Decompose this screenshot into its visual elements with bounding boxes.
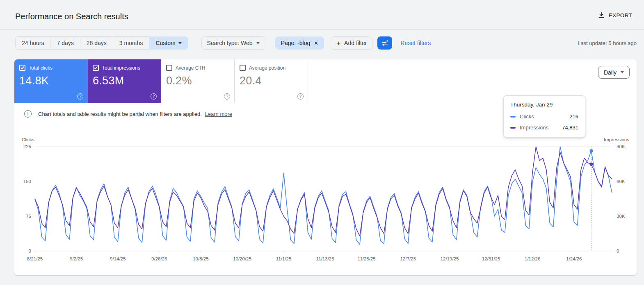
svg-text:8/21/25: 8/21/25 — [27, 256, 43, 261]
close-icon[interactable]: ✕ — [314, 40, 318, 46]
learn-more-link[interactable]: Learn more — [205, 111, 232, 117]
help-icon[interactable]: ? — [224, 93, 230, 100]
svg-text:11/1/25: 11/1/25 — [276, 256, 292, 261]
svg-text:12/31/25: 12/31/25 — [482, 256, 500, 261]
svg-text:Clicks: Clicks — [22, 137, 34, 142]
filter-settings-button[interactable] — [377, 36, 392, 50]
metric-card-average-position[interactable]: Average position 20.4 ? — [235, 59, 308, 103]
metric-label: Average CTR — [176, 65, 205, 71]
help-icon[interactable]: ? — [77, 93, 83, 100]
plus-icon: + — [336, 40, 340, 47]
last-update-text: Last update: 5 hours ago — [578, 40, 637, 46]
metric-label: Average position — [249, 65, 285, 71]
granularity-dropdown[interactable]: Daily — [598, 66, 630, 79]
metric-value: 6.53M — [93, 75, 124, 87]
clicks-hover-dot — [589, 149, 593, 152]
metric-value: 20.4 — [240, 75, 262, 87]
header-divider — [0, 29, 644, 30]
svg-text:0: 0 — [29, 249, 31, 253]
metric-card-average-ctr[interactable]: Average CTR 0.2% ? — [161, 59, 235, 103]
performance-chart[interactable]: ClicksImpressions075150225030K60K90K8/21… — [14, 135, 637, 266]
chevron-down-icon — [621, 71, 624, 73]
svg-text:60K: 60K — [617, 179, 625, 184]
export-button[interactable]: EXPORT — [598, 11, 632, 19]
svg-text:10/8/25: 10/8/25 — [193, 256, 208, 261]
svg-text:12/7/25: 12/7/25 — [400, 256, 416, 261]
range-7-days[interactable]: 7 days — [50, 36, 80, 50]
svg-text:11/13/25: 11/13/25 — [316, 256, 334, 261]
checkbox-checked-icon[interactable] — [19, 65, 25, 71]
filter-bar: 24 hours 7 days 28 days 3 months Custom … — [15, 36, 431, 50]
checkbox-checked-icon[interactable] — [93, 65, 99, 71]
partial-data-notice: i Chart totals and table results might b… — [24, 110, 232, 118]
help-icon[interactable]: ? — [297, 93, 304, 100]
clicks-line — [35, 147, 612, 244]
svg-text:225: 225 — [23, 144, 31, 149]
tooltip-row-clicks: Clicks 216 — [510, 113, 578, 120]
page-filter-chip[interactable]: Page: -blog✕ — [275, 36, 324, 50]
svg-text:9/14/25: 9/14/25 — [110, 256, 126, 261]
date-range-group: 24 hours 7 days 28 days 3 months Custom — [15, 36, 188, 50]
svg-text:10/20/25: 10/20/25 — [233, 256, 251, 261]
svg-text:12/19/25: 12/19/25 — [441, 256, 459, 261]
metric-label: Total clicks — [29, 65, 53, 71]
performance-card: Total clicks 14.8K ? Total impressions 6… — [14, 59, 637, 275]
search-type-chip[interactable]: Search type: Web — [201, 36, 265, 50]
impressions-hover-dot — [589, 163, 593, 166]
range-28-days[interactable]: 28 days — [80, 36, 113, 50]
tooltip-dash-0 — [510, 116, 516, 118]
checkbox-unchecked-icon[interactable] — [166, 65, 172, 71]
metric-label: Total impressions — [102, 65, 140, 71]
metric-card-total-impressions[interactable]: Total impressions 6.53M ? — [88, 59, 161, 103]
reset-filters-link[interactable]: Reset filters — [400, 40, 431, 46]
metric-value: 14.8K — [19, 75, 49, 87]
help-icon[interactable]: ? — [151, 93, 157, 100]
notice-text: Chart totals and table results might be … — [38, 111, 232, 117]
svg-text:30K: 30K — [617, 214, 625, 219]
info-icon: i — [24, 110, 32, 118]
svg-text:0: 0 — [617, 249, 619, 253]
svg-text:11/25/25: 11/25/25 — [358, 256, 376, 261]
range-3-months[interactable]: 3 months — [113, 36, 150, 50]
svg-text:1/12/26: 1/12/26 — [525, 256, 540, 261]
range-custom[interactable]: Custom — [149, 36, 188, 50]
chart-area: ClicksImpressions075150225030K60K90K8/21… — [14, 135, 637, 266]
search-console-performance-page: Performance on Search results EXPORT 24 … — [0, 0, 644, 285]
metric-tiles: Total clicks 14.8K ? Total impressions 6… — [14, 59, 308, 103]
tooltip-date: Thursday, Jan 29 — [510, 102, 578, 108]
export-label: EXPORT — [609, 12, 632, 18]
tooltip-row-impressions: Impressions 74,831 — [510, 124, 578, 131]
svg-text:90K: 90K — [617, 144, 625, 149]
add-filter-button[interactable]: +Add filter — [331, 36, 372, 50]
svg-text:75: 75 — [26, 214, 31, 219]
svg-text:1/24/26: 1/24/26 — [566, 256, 582, 261]
download-icon — [598, 11, 605, 19]
metric-value: 0.2% — [166, 75, 192, 87]
metric-card-total-clicks[interactable]: Total clicks 14.8K ? — [14, 59, 88, 103]
chevron-down-icon — [178, 42, 182, 44]
checkbox-unchecked-icon[interactable] — [240, 65, 246, 71]
range-24-hours[interactable]: 24 hours — [15, 36, 50, 50]
svg-text:9/2/25: 9/2/25 — [70, 256, 83, 261]
tooltip-dash-1 — [510, 127, 516, 129]
svg-text:Impressions: Impressions — [604, 137, 629, 142]
svg-text:9/26/25: 9/26/25 — [151, 256, 167, 261]
chart-tooltip: Thursday, Jan 29 Clicks 216 Impressions … — [503, 95, 585, 138]
tune-icon — [381, 39, 389, 47]
chevron-down-icon — [256, 42, 260, 44]
page-title: Performance on Search results — [15, 12, 128, 21]
svg-text:150: 150 — [23, 179, 31, 184]
